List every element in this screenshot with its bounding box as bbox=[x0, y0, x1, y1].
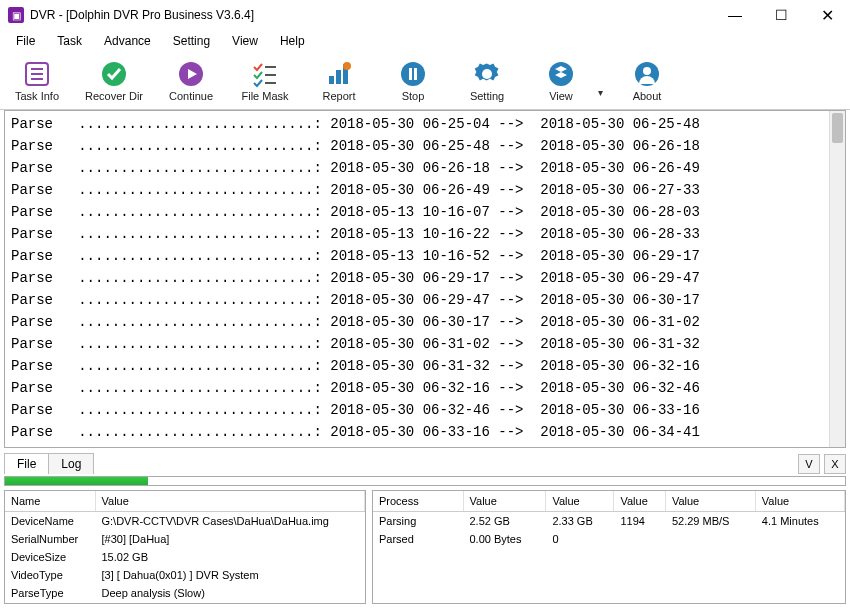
table-row: DeviceNameG:\DVR-CCTV\DVR Cases\DaHua\Da… bbox=[5, 512, 365, 531]
info-table: Name Value DeviceNameG:\DVR-CCTV\DVR Cas… bbox=[5, 491, 365, 602]
tab-file[interactable]: File bbox=[4, 453, 49, 474]
table-row: Parsed0.00 Bytes0 bbox=[373, 530, 845, 548]
table-row: VideoType[3] [ Dahua(0x01) ] DVR System bbox=[5, 566, 365, 584]
process-panel: ProcessValueValueValueValueValue Parsing… bbox=[372, 490, 846, 604]
progress-fill bbox=[5, 477, 148, 485]
view-label: View bbox=[549, 90, 573, 102]
process-header[interactable]: Value bbox=[546, 491, 614, 512]
svg-point-14 bbox=[401, 62, 425, 86]
menu-advance[interactable]: Advance bbox=[94, 32, 161, 50]
table-row: DeviceSize15.02 GB bbox=[5, 548, 365, 566]
svg-point-18 bbox=[482, 69, 492, 79]
about-button[interactable]: About bbox=[610, 53, 684, 109]
process-header[interactable]: Value bbox=[665, 491, 755, 512]
process-header[interactable]: Value bbox=[755, 491, 844, 512]
log-lines: Parse ............................: 2018… bbox=[5, 111, 845, 448]
toolbar: Task Info Recover Dir Continue File Mask… bbox=[0, 52, 850, 110]
menu-task[interactable]: Task bbox=[47, 32, 92, 50]
svg-point-13 bbox=[343, 62, 351, 70]
tab-log[interactable]: Log bbox=[48, 453, 94, 474]
window-title: DVR - [Dolphin DVR Pro Business V3.6.4] bbox=[30, 8, 254, 22]
task-info-button[interactable]: Task Info bbox=[0, 53, 74, 109]
view-button[interactable]: View bbox=[524, 53, 598, 109]
setting-button[interactable]: Setting bbox=[450, 53, 524, 109]
task-info-label: Task Info bbox=[15, 90, 59, 102]
close-button[interactable]: ✕ bbox=[804, 0, 850, 30]
menu-setting[interactable]: Setting bbox=[163, 32, 220, 50]
continue-label: Continue bbox=[169, 90, 213, 102]
v-button[interactable]: V bbox=[798, 454, 820, 474]
list-icon bbox=[23, 60, 51, 88]
view-dropdown-icon[interactable]: ▾ bbox=[598, 63, 610, 98]
x-button[interactable]: X bbox=[824, 454, 846, 474]
menubar: File Task Advance Setting View Help bbox=[0, 30, 850, 52]
report-button[interactable]: Report bbox=[302, 53, 376, 109]
process-table: ProcessValueValueValueValueValue Parsing… bbox=[373, 491, 845, 548]
report-label: Report bbox=[322, 90, 355, 102]
recover-dir-button[interactable]: Recover Dir bbox=[74, 53, 154, 109]
svg-rect-15 bbox=[409, 68, 412, 80]
process-header[interactable]: Process bbox=[373, 491, 463, 512]
svg-rect-10 bbox=[329, 76, 334, 84]
process-header[interactable]: Value bbox=[463, 491, 546, 512]
info-panel: Name Value DeviceNameG:\DVR-CCTV\DVR Cas… bbox=[4, 490, 366, 604]
stop-button[interactable]: Stop bbox=[376, 53, 450, 109]
person-icon bbox=[633, 60, 661, 88]
tabs-row: File Log V X bbox=[0, 450, 850, 474]
setting-label: Setting bbox=[470, 90, 504, 102]
table-row: ParseTypeDeep analysis (Slow) bbox=[5, 584, 365, 602]
table-row: SerialNumber[#30] [DaHua] bbox=[5, 530, 365, 548]
bottom-panels: Name Value DeviceNameG:\DVR-CCTV\DVR Cas… bbox=[0, 490, 850, 608]
file-mask-label: File Mask bbox=[241, 90, 288, 102]
chart-icon bbox=[325, 60, 353, 88]
about-label: About bbox=[633, 90, 662, 102]
svg-point-22 bbox=[643, 67, 651, 75]
menu-file[interactable]: File bbox=[6, 32, 45, 50]
titlebar: ▣ DVR - [Dolphin DVR Pro Business V3.6.4… bbox=[0, 0, 850, 30]
process-header[interactable]: Value bbox=[614, 491, 665, 512]
continue-button[interactable]: Continue bbox=[154, 53, 228, 109]
info-header-name[interactable]: Name bbox=[5, 491, 95, 512]
scrollbar-vertical[interactable] bbox=[829, 111, 845, 447]
check-icon bbox=[100, 60, 128, 88]
table-row: Parsing2.52 GB2.33 GB119452.29 MB/S4.1 M… bbox=[373, 512, 845, 531]
svg-rect-11 bbox=[336, 70, 341, 84]
log-pane: Parse ............................: 2018… bbox=[4, 110, 846, 448]
stop-label: Stop bbox=[402, 90, 425, 102]
menu-help[interactable]: Help bbox=[270, 32, 315, 50]
progress-bar bbox=[4, 476, 846, 486]
file-mask-button[interactable]: File Mask bbox=[228, 53, 302, 109]
scrollbar-thumb[interactable] bbox=[832, 113, 843, 143]
recover-dir-label: Recover Dir bbox=[85, 90, 143, 102]
dropbox-icon bbox=[547, 60, 575, 88]
info-header-value[interactable]: Value bbox=[95, 491, 365, 512]
minimize-button[interactable]: — bbox=[712, 0, 758, 30]
gear-icon bbox=[473, 60, 501, 88]
menu-view[interactable]: View bbox=[222, 32, 268, 50]
checklist-icon bbox=[251, 60, 279, 88]
pause-icon bbox=[399, 60, 427, 88]
svg-rect-16 bbox=[414, 68, 417, 80]
maximize-button[interactable]: ☐ bbox=[758, 0, 804, 30]
app-icon: ▣ bbox=[8, 7, 24, 23]
play-icon bbox=[177, 60, 205, 88]
